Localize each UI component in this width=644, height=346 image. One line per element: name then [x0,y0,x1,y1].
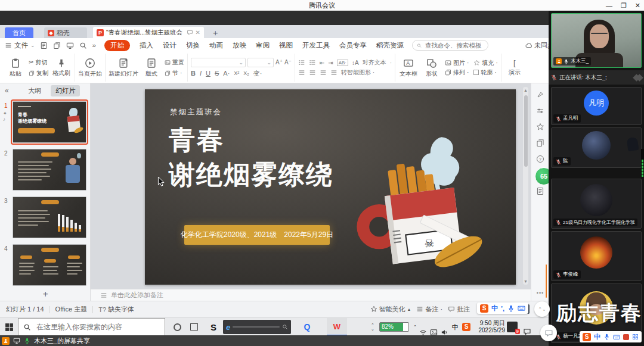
slide-thumbnail-4[interactable] [13,244,86,286]
taskbar-search-input[interactable] [35,322,148,332]
video-tile-lijunfeng[interactable]: 李俊峰 [551,231,642,281]
print-icon[interactable] [66,42,74,49]
paste-button[interactable]: 粘贴 [5,58,26,78]
ime-tray-label[interactable]: 中 [450,318,460,336]
scroll-down-icon[interactable]: ▼ [523,279,528,283]
minimize-icon[interactable]: — [606,2,612,9]
video-tile-wurilига[interactable]: 21级乌日力嘎化学化工学院化学班 [551,179,642,229]
smart-graphic-button[interactable]: 转智能图形 · [341,68,374,77]
task-view-icon[interactable] [187,318,200,336]
superscript-button[interactable]: X² [234,70,239,76]
present-button[interactable]: [ 演示 [504,58,525,77]
menu-devtools[interactable]: 开发工具 [302,41,330,50]
command-search-input[interactable] [424,41,484,49]
scroll-up-icon[interactable]: ▲ [523,88,528,92]
sogou-taskbar-icon[interactable]: S [206,318,221,336]
scrollbar-thumb[interactable] [524,95,528,167]
menu-review[interactable]: 审阅 [256,41,270,50]
menu-view[interactable]: 视图 [279,41,293,50]
layout-button[interactable]: 版式 [141,58,162,78]
wps-document-tab[interactable]: P "青春谢绝烟...禁烟主题班会 ✕ [93,27,204,38]
menu-slideshow[interactable]: 放映 [233,41,246,50]
ime-keyboard-icon[interactable] [518,304,525,312]
ime-grid-icon[interactable] [632,333,639,340]
picture-button[interactable]: 图片 · [445,59,469,67]
font-increase-button[interactable]: A⁺ [275,59,283,66]
tab-comment-icon[interactable] [187,29,193,36]
taskbar-scroll-icons[interactable]: ⌃⌄ [369,318,377,336]
ime-mode-label[interactable]: 中 [491,304,498,313]
start-button-icon[interactable] [5,323,14,332]
battery-indicator[interactable]: 82% [379,322,409,332]
bullet-list-icon[interactable] [298,59,305,66]
align-right-icon[interactable] [320,69,327,76]
menu-insert[interactable]: 插入 [140,41,153,50]
cut-button[interactable]: ✂ 剪切 [29,58,48,67]
notes-button[interactable]: 备注 · [416,305,442,314]
close-icon[interactable]: ✕ [635,2,640,10]
shapes-button[interactable]: 形状 [422,58,442,78]
wps-home-tab[interactable]: 首页 [5,27,33,38]
wps-docer-tab[interactable]: ◆ 稻壳 [44,27,87,38]
cortana-icon[interactable] [171,318,184,336]
copy-button[interactable]: 复制 [29,69,48,77]
notes-bar[interactable]: 单击此处添加备注 [91,289,531,301]
indent-icon[interactable]: ⇥ [328,60,333,66]
windows-icon[interactable] [536,139,544,147]
highlight-button[interactable]: 变· [253,69,262,78]
text-direction-button[interactable]: AB· [337,60,348,66]
slide-1[interactable]: 禁烟主题班会 青春 谢绝烟雾缭绕 化学化工学院2020级、2021级 2022年… [145,89,516,285]
comment-button[interactable]: 批注 [448,305,470,314]
ime-mode-label[interactable]: 中 [594,332,600,341]
format-painter-button[interactable]: 格式刷 [51,58,72,77]
menu-animation[interactable]: 动画 [209,41,223,50]
command-search-box[interactable] [412,40,488,51]
video-app-tray-icon[interactable]: 9 [507,322,518,332]
qq-browser-icon[interactable]: Q [299,318,315,336]
ime-punct-icon[interactable]: ’, [501,305,504,312]
menu-member[interactable]: 会员专享 [339,41,367,50]
help-icon[interactable]: ? [536,155,544,163]
quick-access-more-icon[interactable]: » [92,42,96,49]
video-tile-chen[interactable]: 陈 [551,127,642,168]
effects-star-icon[interactable] [536,123,544,131]
export-pdf-icon[interactable] [53,42,61,49]
orange-scrollbar[interactable] [545,264,547,298]
slide-thumbnail-2[interactable] [13,149,86,191]
line-spacing-icon[interactable]: ↕A [352,60,359,66]
tab-slides[interactable]: 幻灯片 [51,85,80,96]
align-center-icon[interactable] [309,69,316,76]
settings-sliders-icon[interactable] [536,107,544,115]
italic-button[interactable]: I [200,70,202,77]
theme-name[interactable]: Office 主题 [55,305,88,314]
optimize-icon[interactable] [536,91,544,99]
numbered-list-icon[interactable] [309,59,316,66]
font-decrease-button[interactable]: A⁻ [284,59,292,66]
menu-start[interactable]: 开始 [104,40,130,51]
outdent-icon[interactable]: ⇤ [320,60,324,66]
menu-docer-res[interactable]: 稻壳资源 [376,41,404,50]
align-text-button[interactable]: 对齐文本 [363,58,386,67]
browser-address-box[interactable]: e [223,320,291,334]
add-slide-button[interactable]: ＋ [0,288,91,300]
ime-skin-icon[interactable] [623,334,629,340]
canvas-scrollbar[interactable]: ▲ ▼ [523,87,528,285]
tab-close-icon[interactable]: ✕ [196,29,200,36]
textbox-button[interactable]: A 文本框 [398,58,419,78]
beautify-button[interactable]: 智能美化 ▲ [370,305,411,314]
subscript-button[interactable]: X₂ [243,70,249,76]
float-widget[interactable]: ⌃⌄ [534,301,550,317]
taskbar-search-box[interactable] [18,318,165,336]
menu-transition[interactable]: 切换 [186,41,200,50]
wechat-float-icon[interactable] [540,325,557,341]
menu-design[interactable]: 设计 [163,41,177,50]
align-left-icon[interactable] [298,69,305,76]
maximize-icon[interactable]: ❐ [621,2,627,10]
video-tile-muxmusan[interactable]: 木木三_ [551,13,642,68]
arrange-button[interactable]: 排列 · [445,68,469,77]
section-button[interactable]: 节 · [165,69,184,77]
new-slide-button[interactable]: 新建幻灯片 [109,58,138,78]
sogou-icon[interactable]: S [480,304,488,313]
font-size-select[interactable]: ⌄ [247,58,274,67]
ime-mic-icon[interactable] [603,333,610,340]
